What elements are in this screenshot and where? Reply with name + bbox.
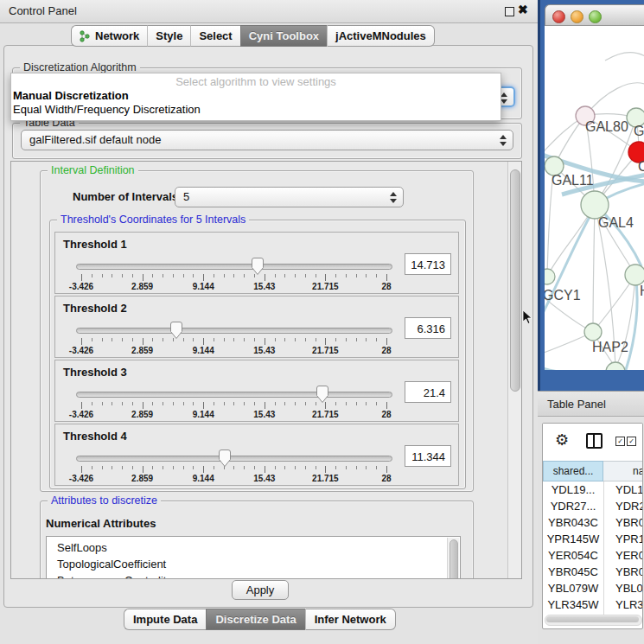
cell-name[interactable]: YPR1 (603, 531, 643, 547)
slider-thumb[interactable] (251, 257, 265, 276)
attribute-item-topologicalcoefficient[interactable]: TopologicalCoefficient (47, 556, 460, 572)
threshold-label: Threshold 1 (63, 238, 127, 251)
network-edge[interactable] (605, 52, 644, 61)
column-header-name[interactable]: na (603, 461, 643, 481)
dropdown-option-equal-width-frequency-discretization[interactable]: Equal Width/Frequency Discretization (11, 103, 501, 117)
slider-track[interactable] (76, 328, 392, 334)
threshold-slider[interactable]: -3.4262.8599.14415.4321.71528 (76, 256, 392, 292)
cell-shared-name[interactable]: YBR045C (543, 564, 603, 580)
network-node-h[interactable] (625, 265, 644, 285)
scrollbar-thumb[interactable] (510, 169, 520, 392)
node-label: GAL11 (552, 173, 594, 188)
number-of-intervals-label: Number of Intervals (73, 190, 178, 203)
network-window-titlebar[interactable] (545, 4, 644, 26)
cell-name[interactable]: YBL0 (603, 580, 643, 596)
threshold-slider[interactable]: -3.4262.8599.14415.4321.71528 (76, 384, 392, 420)
cell-name[interactable]: YLR3 (603, 596, 643, 613)
settings-scroll-viewport[interactable]: Interval Definition Number of Intervals … (10, 161, 522, 579)
threshold-slider[interactable]: -3.4262.8599.14415.4321.71528 (76, 320, 392, 356)
threshold-value-field[interactable]: 21.4 (405, 381, 451, 403)
checkbox-icon[interactable]: ✓ (615, 437, 625, 446)
checkbox-icon[interactable]: ✓ (627, 437, 636, 446)
scrollbar-thumb[interactable] (450, 539, 458, 579)
cell-name[interactable]: YBR0 (603, 514, 643, 531)
scrollbar-thumb[interactable] (546, 616, 639, 622)
tab-impute-data[interactable]: Impute Data (124, 609, 206, 630)
table-row[interactable]: YBL079WYBL0 (543, 580, 643, 596)
minimize-traffic-light[interactable] (571, 10, 583, 23)
float-window-icon[interactable] (505, 7, 514, 16)
cell-name[interactable]: YDR2 (603, 498, 643, 514)
combo-stepper-icon[interactable] (499, 133, 507, 148)
slider-major-ticks (81, 402, 388, 409)
threshold-value-field[interactable]: 11.344 (405, 445, 451, 467)
attribute-item-betweennesscentrality[interactable]: BetweennessCentrality (47, 572, 460, 579)
dropdown-option-manual-discretization[interactable]: Manual Discretization (11, 89, 501, 103)
slider-tick-labels: -3.4262.8599.14415.4321.71528 (81, 410, 388, 420)
apply-button[interactable]: Apply (232, 580, 289, 600)
zoom-traffic-light[interactable] (589, 10, 602, 23)
table-row[interactable]: YER054CYER0 (543, 547, 643, 564)
table-row[interactable]: YDR27...YDR2 (543, 498, 643, 514)
viewport-scrollbar[interactable] (507, 162, 521, 578)
slider-track[interactable] (76, 392, 392, 398)
tick-label: 9.144 (193, 346, 214, 355)
close-traffic-light[interactable] (552, 10, 565, 23)
tab-network[interactable]: Network (71, 25, 147, 47)
number-of-intervals-combobox[interactable]: 5 (175, 187, 404, 207)
attributes-scrollbar[interactable] (447, 538, 459, 579)
cell-name[interactable]: YER0 (603, 547, 643, 564)
numerical-attributes-list[interactable]: SelfLoopsTopologicalCoefficientBetweenne… (46, 536, 461, 579)
attribute-item-selfloops[interactable]: SelfLoops (47, 539, 460, 556)
tab-label: Infer Network (315, 609, 386, 629)
slider-track[interactable] (76, 456, 392, 462)
threshold-value-field[interactable]: 14.713 (405, 253, 451, 275)
table-row[interactable]: YPR145WYPR1 (543, 531, 643, 547)
threshold-value-field[interactable]: 6.316 (405, 317, 451, 339)
network-node-item[interactable] (606, 362, 625, 370)
network-edge[interactable] (593, 205, 595, 332)
slider-thumb[interactable] (169, 321, 183, 340)
tab-style[interactable]: Style (147, 25, 190, 47)
table-toolbar: ⚙ ✓ ✓ (543, 424, 642, 461)
cell-shared-name[interactable]: YBL079W (543, 580, 603, 596)
tab-infer-network[interactable]: Infer Network (305, 609, 396, 630)
table-data-combobox[interactable]: galFiltered.sif default node (21, 130, 513, 150)
number-of-intervals-value: 5 (183, 188, 189, 207)
table-row[interactable]: YDL19...YDL1 (543, 481, 643, 498)
threshold-slider[interactable]: -3.4262.8599.14415.4321.71528 (76, 448, 392, 484)
table-row[interactable]: YLR345WYLR3 (543, 596, 643, 613)
table-row[interactable]: YBR043CYBR0 (543, 514, 643, 531)
gear-icon[interactable]: ⚙ (555, 430, 569, 450)
network-edge-highlighted[interactable] (545, 207, 595, 320)
cell-shared-name[interactable]: YDL19... (543, 481, 603, 498)
network-node-gcy1[interactable] (545, 269, 555, 284)
network-edge-highlighted[interactable] (626, 275, 637, 370)
tab-cyni-toolbox[interactable]: Cyni Toolbox (240, 25, 327, 47)
threshold-label: Threshold 4 (63, 430, 127, 443)
network-node-hap2[interactable] (584, 323, 602, 341)
tab-jactivemnodules[interactable]: jActiveMNodules (327, 25, 435, 47)
slider-track[interactable] (76, 264, 392, 270)
network-canvas[interactable]: GAL80GACGAL11GAL4GCY1HHAP2 (545, 26, 644, 370)
columns-icon[interactable] (586, 433, 603, 449)
cell-shared-name[interactable]: YDR27... (543, 498, 603, 514)
slider-thumb[interactable] (316, 385, 329, 404)
cell-shared-name[interactable]: YPR145W (543, 531, 603, 547)
tick-label: 28 (381, 346, 391, 355)
column-header-shared-name[interactable]: shared... (543, 461, 603, 481)
tab-select[interactable]: Select (190, 25, 239, 47)
table-horizontal-scrollbar[interactable] (545, 615, 642, 626)
table-row[interactable]: YBR045CYBR0 (543, 564, 643, 580)
close-icon[interactable]: ✖ (518, 3, 528, 16)
cell-name[interactable]: YDL1 (603, 481, 643, 498)
cell-name[interactable]: YBR0 (603, 564, 643, 580)
cell-shared-name[interactable]: YER054C (543, 547, 603, 564)
cell-shared-name[interactable]: YLR345W (543, 596, 603, 613)
combo-stepper-icon[interactable] (389, 190, 398, 205)
cell-shared-name[interactable]: YBR043C (543, 514, 603, 531)
tab-discretize-data[interactable]: Discretize Data (206, 609, 304, 630)
slider-thumb[interactable] (218, 449, 232, 468)
slider-major-ticks (81, 338, 388, 345)
network-icon (80, 30, 91, 42)
